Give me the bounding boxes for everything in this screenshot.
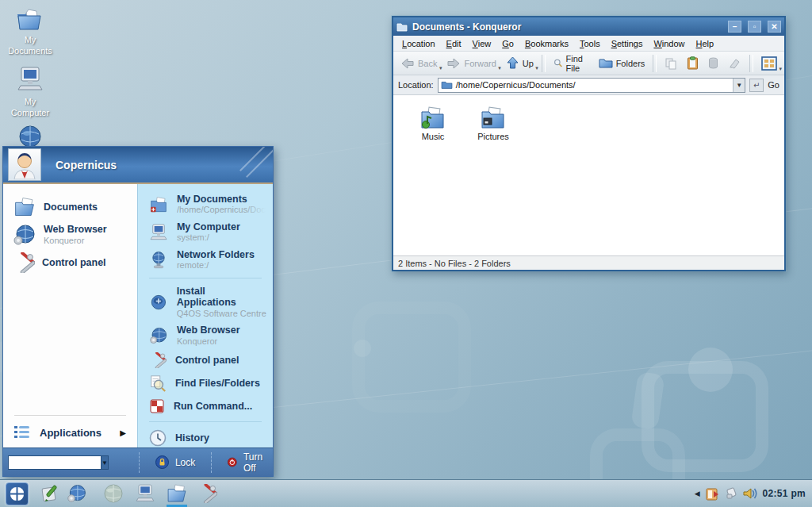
- window-folder-icon: [396, 22, 408, 32]
- power-icon: [228, 455, 237, 469]
- location-path[interactable]: /home/Copernicus/Documents/: [456, 80, 730, 90]
- start-button[interactable]: [6, 482, 29, 505]
- bottom-bar-separator: [211, 452, 212, 473]
- paste-button[interactable]: [683, 55, 703, 71]
- folder-icon: [15, 6, 45, 32]
- copy-icon: [665, 57, 677, 70]
- browser-globe-icon: [13, 224, 36, 246]
- copy-button[interactable]: [661, 56, 681, 71]
- taskbar-notes-button[interactable]: [40, 482, 62, 505]
- folder-icon: [599, 57, 613, 69]
- menu-bookmarks[interactable]: Bookmarks: [519, 37, 574, 50]
- submenu-arrow-icon: ▶: [120, 428, 126, 437]
- desktop-icon-web-browser[interactable]: [16, 125, 44, 148]
- tray-collapse-arrow-icon[interactable]: ◀: [695, 490, 700, 497]
- avatar-person-icon: [11, 151, 38, 179]
- menu-edit[interactable]: Edit: [441, 37, 467, 50]
- pictures-folder-icon: [479, 105, 508, 130]
- software-update-tray-icon[interactable]: [705, 486, 720, 501]
- menu-window[interactable]: Window: [648, 37, 690, 50]
- start-menu-right-column: My Documents /home/Copernicus/Documents …: [137, 184, 273, 447]
- run-command-icon: [149, 398, 165, 414]
- search-input[interactable]: [8, 455, 102, 470]
- back-button[interactable]: Back▾: [396, 56, 441, 71]
- taskbar-control-panel-button[interactable]: [196, 482, 218, 505]
- toolbar-separator: [749, 55, 753, 72]
- taskbar-documents-window-button[interactable]: [166, 482, 188, 505]
- status-text: 2 Items - No Files - 2 Folders: [398, 259, 511, 268]
- menu-item-network-folders[interactable]: Network Folders remote:/: [138, 246, 273, 274]
- location-bar: Location: /home/Copernicus/Documents/ ▼ …: [393, 75, 784, 95]
- menu-item-my-documents[interactable]: My Documents /home/Copernicus/Documents: [138, 190, 273, 218]
- close-button[interactable]: ✕: [768, 21, 781, 33]
- user-avatar: [8, 148, 41, 181]
- file-item-pictures[interactable]: Pictures: [471, 105, 515, 141]
- menu-view[interactable]: View: [467, 37, 497, 50]
- print-button[interactable]: [724, 56, 745, 71]
- trash-button[interactable]: [704, 56, 722, 71]
- location-dropdown-arrow[interactable]: ▼: [733, 79, 745, 92]
- right-column-separator: [149, 278, 262, 278]
- q4os-logo-icon: [9, 486, 25, 502]
- file-item-music[interactable]: Music: [411, 105, 455, 141]
- turn-off-button[interactable]: Turn Off: [218, 449, 276, 476]
- menu-item-history[interactable]: History: [138, 426, 273, 450]
- menu-item-control-panel[interactable]: Control panel: [3, 249, 137, 276]
- volume-tray-icon[interactable]: [742, 486, 758, 501]
- menu-go[interactable]: Go: [496, 37, 519, 50]
- menu-item-my-computer[interactable]: My Computer system:/: [138, 218, 273, 246]
- menu-item-run-command[interactable]: Run Command...: [138, 395, 273, 417]
- find-files-icon: [149, 374, 167, 392]
- browser-globe-icon: [149, 326, 168, 345]
- menu-item-install-applications[interactable]: Install Applications Q4OS Software Centr…: [138, 282, 273, 321]
- menu-item-find-files[interactable]: Find Files/Folders: [138, 371, 273, 395]
- taskbar-my-computer-button[interactable]: [134, 482, 156, 505]
- paste-icon: [687, 56, 699, 70]
- file-name: Music: [422, 132, 445, 141]
- menu-item-control-panel-2[interactable]: Control panel: [138, 349, 273, 371]
- window-toolbar: Back▾ Forward▾ Up▾ Find File: [393, 52, 784, 75]
- minimize-button[interactable]: –: [728, 21, 741, 33]
- up-button[interactable]: Up▾: [502, 55, 538, 71]
- left-column-separator: [14, 415, 126, 416]
- install-applications-icon: [149, 294, 168, 311]
- klipper-tray-icon[interactable]: [725, 487, 737, 500]
- go-enter-icon[interactable]: ↵: [749, 79, 764, 92]
- desktop-icon-label: My Computer: [4, 96, 56, 119]
- maximize-button[interactable]: ▫: [748, 21, 761, 33]
- print-icon: [728, 57, 741, 69]
- menu-item-web-browser[interactable]: Web Browser Konqueror: [3, 221, 137, 249]
- go-button[interactable]: Go: [768, 80, 779, 90]
- desktop-icon-my-documents[interactable]: My Documents: [4, 6, 56, 57]
- menu-item-applications[interactable]: Applications ▶: [3, 419, 137, 447]
- tools-icon: [197, 484, 217, 503]
- menu-settings[interactable]: Settings: [606, 37, 649, 50]
- window-titlebar[interactable]: Documents - Konqueror – ▫ ✕: [393, 17, 784, 36]
- forward-button[interactable]: Forward▾: [442, 56, 500, 71]
- menu-location[interactable]: Location: [396, 37, 441, 50]
- documents-folder-icon: [13, 197, 36, 217]
- folder-icon: [441, 80, 453, 90]
- music-folder-icon: [419, 105, 447, 130]
- folders-button[interactable]: Folders: [595, 56, 649, 71]
- file-view[interactable]: Music Pictures: [393, 95, 784, 255]
- lock-button[interactable]: Lock: [146, 453, 205, 471]
- konqueror-window: Documents - Konqueror – ▫ ✕ Location Edi…: [392, 16, 786, 271]
- desktop-icon-my-computer[interactable]: My Computer: [4, 65, 56, 119]
- search-dropdown-arrow[interactable]: ▼: [102, 455, 109, 470]
- location-combo[interactable]: /home/Copernicus/Documents/ ▼: [438, 78, 746, 93]
- menu-tools[interactable]: Tools: [574, 37, 606, 50]
- view-mode-button[interactable]: ▾: [757, 55, 781, 72]
- taskbar-web-browser-button[interactable]: [102, 482, 124, 505]
- trash-icon: [708, 57, 718, 69]
- taskbar-clock[interactable]: 02:51 pm: [763, 488, 806, 499]
- taskbar-konqueror-button[interactable]: [66, 482, 88, 505]
- wallpaper-shape: [688, 348, 733, 392]
- wallpaper-shape: [352, 302, 471, 413]
- menu-help[interactable]: Help: [691, 37, 720, 50]
- view-panel-icon: [761, 56, 777, 71]
- menu-item-documents[interactable]: Documents: [3, 194, 137, 221]
- menu-item-web-browser-2[interactable]: Web Browser Konqueror: [138, 321, 273, 349]
- window-title: Documents - Konqueror: [412, 21, 722, 33]
- find-file-button[interactable]: Find File: [550, 52, 593, 75]
